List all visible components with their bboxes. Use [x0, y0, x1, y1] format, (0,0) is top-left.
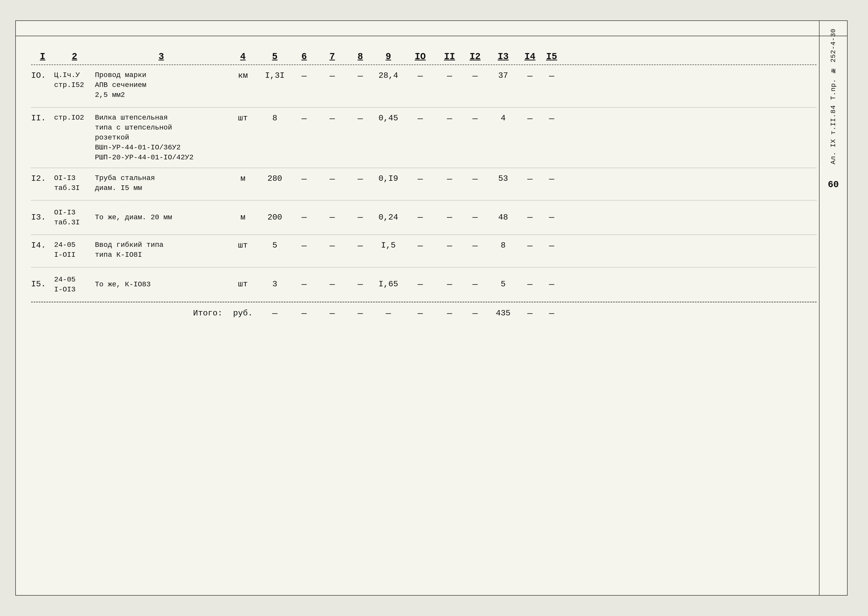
col-header-7: 7 [317, 52, 348, 62]
row-ref: стр.IO2 [54, 113, 95, 123]
row-c8: — [348, 278, 373, 291]
row-c5: 200 [258, 212, 291, 223]
row-num: I2. [31, 173, 54, 185]
row-ref: 24-05 I-OI3 [54, 275, 95, 294]
total-c15: — [542, 308, 562, 320]
row-num: IO. [31, 70, 54, 82]
row-unit: шт [228, 113, 258, 124]
row-c11: — [437, 173, 462, 185]
table-row: I4. 24-05 I-OII Ввод гибкий типа типа К-… [31, 235, 816, 267]
row-c7: — [317, 240, 348, 252]
table-row: I3. OI-I3 таб.3I То же, диам. 20 мм м 20… [31, 200, 816, 235]
row-c10: — [404, 240, 437, 252]
total-label: Итого: [95, 308, 228, 319]
row-c13: 37 [488, 70, 518, 82]
row-num: I5. [31, 279, 54, 290]
row-c13: 4 [488, 113, 518, 124]
col-header-5: 5 [258, 52, 291, 62]
row-c9: I,5 [373, 240, 404, 251]
col-header-15: I5 [542, 52, 562, 62]
total-c7: — [317, 308, 348, 320]
row-c7: — [317, 278, 348, 291]
row-c9: 0,24 [373, 212, 404, 223]
row-c7: — [317, 173, 348, 185]
row-c13: 8 [488, 240, 518, 251]
sidebar-number: 60 [828, 179, 839, 190]
table-row: II. стр.IO2 Вилка штепсельная типа с ште… [31, 108, 816, 168]
col-header-10: IO [404, 52, 437, 62]
row-c6: — [291, 278, 317, 291]
row-c12: — [462, 240, 488, 252]
total-c12: — [462, 308, 488, 320]
row-c6: — [291, 113, 317, 125]
main-content: I 2 3 4 5 6 7 8 9 IO II I2 I3 I4 I5 IO. … [31, 36, 816, 580]
col-header-6: 6 [291, 52, 317, 62]
col-header-9: 9 [373, 52, 404, 62]
page: I 2 3 4 5 6 7 8 9 IO II I2 I3 I4 I5 IO. … [15, 20, 848, 596]
row-c5: I,3I [258, 70, 291, 82]
total-c8: — [348, 308, 373, 320]
right-sidebar: Т.пр. № 252-4-30 Ал. IX т.II.84 60 [819, 21, 847, 595]
row-c9: 0,45 [373, 113, 404, 124]
row-c13: 5 [488, 279, 518, 290]
col-header-14: I4 [518, 52, 542, 62]
row-desc: То же, диам. 20 мм [95, 212, 228, 222]
total-c13: 435 [488, 308, 518, 319]
total-c5: — [258, 308, 291, 320]
row-c13: 53 [488, 173, 518, 185]
table-row: IO. Ц.Iч.У стр.I52 Провод марки АПВ сече… [31, 65, 816, 108]
row-unit: шт [228, 240, 258, 251]
col-header-1: I [31, 52, 54, 62]
row-c14: — [518, 113, 542, 125]
row-c6: — [291, 70, 317, 82]
row-c15: — [542, 240, 562, 252]
row-desc: Вилка штепсельная типа с штепсельной роз… [95, 113, 228, 163]
row-ref: OI-I3 таб.3I [54, 207, 95, 228]
row-c9: I,65 [373, 279, 404, 290]
column-headers: I 2 3 4 5 6 7 8 9 IO II I2 I3 I4 I5 [31, 36, 816, 65]
row-c10: — [404, 70, 437, 82]
row-c12: — [462, 70, 488, 82]
row-c15: — [542, 173, 562, 185]
row-c7: — [317, 70, 348, 82]
col-header-13: I3 [488, 52, 518, 62]
row-c10: — [404, 278, 437, 291]
row-desc: То же, К-IO83 [95, 280, 228, 289]
row-unit: м [228, 173, 258, 185]
row-c8: — [348, 113, 373, 125]
row-c7: — [317, 211, 348, 224]
row-c10: — [404, 173, 437, 185]
row-unit: шт [228, 279, 258, 290]
top-border [16, 21, 847, 36]
row-c11: — [437, 70, 462, 82]
col-header-11: II [437, 52, 462, 62]
row-c5: 280 [258, 173, 291, 185]
row-ref: Ц.Iч.У стр.I52 [54, 70, 95, 90]
sidebar-text-1: Т.пр. № 252-4-30 [829, 28, 837, 100]
row-ref: 24-05 I-OII [54, 240, 95, 260]
sidebar-text-2: Ал. IX т.II.84 [829, 105, 837, 164]
row-c15: — [542, 113, 562, 125]
row-num: I4. [31, 240, 54, 251]
col-header-4: 4 [228, 52, 258, 62]
row-c8: — [348, 70, 373, 82]
row-desc: Труба стальная диам. I5 мм [95, 173, 228, 193]
row-c11: — [437, 211, 462, 224]
col-header-3: 3 [95, 52, 228, 62]
row-num: II. [31, 113, 54, 124]
row-c14: — [518, 240, 542, 252]
row-c10: — [404, 211, 437, 224]
row-c5: 8 [258, 113, 291, 124]
row-c12: — [462, 278, 488, 291]
row-c7: — [317, 113, 348, 125]
col-header-2: 2 [54, 52, 95, 62]
row-desc: Ввод гибкий типа типа К-IO8I [95, 240, 228, 260]
row-num: I3. [31, 212, 54, 223]
row-desc: Провод марки АПВ сечением 2,5 мм2 [95, 70, 228, 100]
row-c6: — [291, 173, 317, 185]
row-c12: — [462, 113, 488, 125]
total-c11: — [437, 308, 462, 320]
total-c10: — [404, 308, 437, 320]
row-c8: — [348, 211, 373, 224]
row-c13: 48 [488, 212, 518, 223]
